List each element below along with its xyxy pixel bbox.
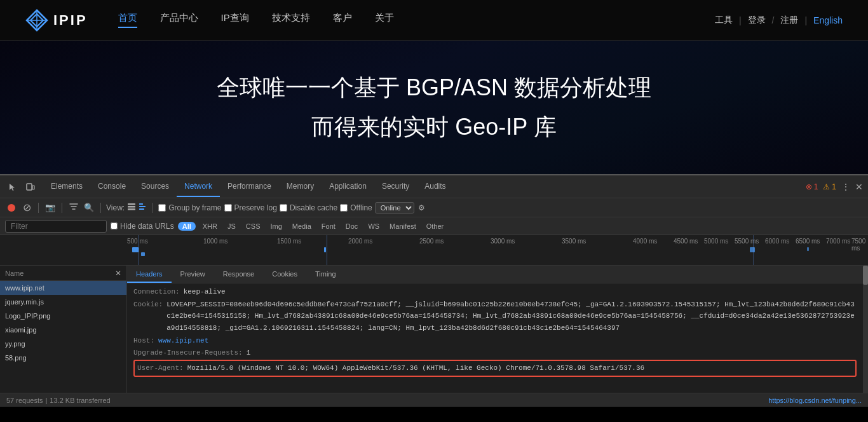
nav-login[interactable]: 登录 — [748, 15, 766, 26]
file-list-item-jquery[interactable]: jquery.min.js — [0, 295, 126, 309]
filter-type-img[interactable]: Img — [267, 221, 285, 231]
nav-link-home[interactable]: 首页 — [118, 12, 137, 28]
offline-checkbox[interactable] — [340, 204, 348, 212]
timeline-indicator-3 — [753, 235, 754, 266]
nav-register[interactable]: 注册 — [780, 15, 798, 26]
detail-tab-cookies[interactable]: Cookies — [263, 266, 306, 283]
group-by-frame-checkbox[interactable] — [158, 204, 166, 212]
filter-type-css[interactable]: CSS — [243, 221, 264, 231]
file-list-item-yy[interactable]: yy.png — [0, 337, 126, 351]
svg-rect-4 — [27, 184, 32, 190]
detail-tab-response[interactable]: Response — [214, 266, 264, 283]
camera-button[interactable]: 📷 — [44, 201, 57, 214]
status-sep: | — [45, 397, 47, 404]
timeline-label-7000: 7000 ms — [826, 238, 850, 245]
clear-button[interactable]: ⊘ — [20, 201, 33, 214]
filter-type-js[interactable]: JS — [224, 221, 239, 231]
view-waterfall-button[interactable] — [139, 202, 147, 213]
file-list-item-logo[interactable]: Logo_IPIP.png — [0, 309, 126, 323]
cookie-value: LOVEAPP_SESSID=086eeb96d04d696c5eddb8efe… — [166, 299, 857, 334]
tab-security[interactable]: Security — [374, 177, 417, 197]
filter-type-media[interactable]: Media — [289, 221, 315, 231]
tab-network[interactable]: Network — [177, 177, 220, 197]
detail-content: Connection: keep-alive Cookie: LOVEAPP_S… — [127, 283, 863, 393]
nav-link-products[interactable]: 产品中心 — [160, 12, 198, 28]
devtools-icon-device[interactable] — [23, 179, 38, 194]
tab-performance[interactable]: Performance — [220, 177, 279, 197]
tab-elements[interactable]: Elements — [43, 177, 90, 197]
nav-link-support[interactable]: 技术支持 — [272, 12, 310, 28]
cookie-row: Cookie: LOVEAPP_SESSID=086eeb96d04d696c5… — [133, 299, 857, 334]
devtools-close-icon[interactable]: ✕ — [855, 182, 863, 192]
filter-button[interactable] — [67, 201, 80, 214]
svg-rect-8 — [128, 208, 135, 210]
filter-type-ws[interactable]: WS — [365, 221, 383, 231]
filter-type-doc[interactable]: Doc — [342, 221, 362, 231]
devtools-icon-cursor[interactable] — [5, 179, 20, 194]
detail-tab-timing[interactable]: Timing — [306, 266, 345, 283]
offline-checkbox-label[interactable]: Offline — [340, 203, 372, 212]
disable-cache-checkbox-label[interactable]: Disable cache — [280, 203, 337, 212]
hide-data-urls-label[interactable]: Hide data URLs — [111, 222, 174, 231]
file-list-item-www[interactable]: www.ipip.net — [0, 281, 126, 295]
nav-english[interactable]: English — [813, 15, 843, 25]
timeline-label-2000: 2000 ms — [348, 238, 372, 245]
network-timeline: 500 ms 1000 ms 1500 ms 2000 ms 2500 ms 3… — [0, 235, 868, 266]
tab-sources[interactable]: Sources — [133, 177, 177, 197]
host-value: www.ipip.net — [158, 335, 208, 347]
timeline-label-1000: 1000 ms — [203, 238, 227, 245]
upgrade-row: Upgrade-Insecure-Requests: 1 — [133, 347, 857, 359]
file-list-item-xiaomi[interactable]: xiaomi.jpg — [0, 323, 126, 337]
nav-tools[interactable]: 工具 — [715, 15, 733, 26]
file-list-header: Name ✕ — [0, 266, 126, 281]
upgrade-value: 1 — [247, 347, 251, 359]
detail-scrollbar[interactable] — [863, 266, 868, 393]
settings-icon[interactable]: ⚙ — [418, 203, 425, 212]
requests-count: 57 requests — [6, 397, 43, 404]
tab-application[interactable]: Application — [322, 177, 374, 197]
hero-section: 全球唯一一个基于 BGP/ASN 数据分析处理 而得来的实时 Geo-IP 库 — [0, 41, 868, 174]
logo[interactable]: IPIP — [25, 9, 88, 32]
tab-memory[interactable]: Memory — [279, 177, 322, 197]
filter-type-xhr[interactable]: XHR — [200, 221, 220, 231]
network-main-panel: Name ✕ www.ipip.net jquery.min.js Logo_I… — [0, 266, 868, 393]
nav-sep1: | — [739, 15, 742, 25]
view-label: View: — [106, 203, 125, 212]
network-toolbar: ⊘ 📷 🔍 View: Group by frame Preserve log … — [0, 198, 868, 217]
host-row: Host: www.ipip.net — [133, 335, 857, 347]
detail-tab-preview[interactable]: Preview — [172, 266, 214, 283]
detail-panel: Headers Preview Response Cookies Timing — [127, 266, 863, 393]
file-list: Name ✕ www.ipip.net jquery.min.js Logo_I… — [0, 266, 127, 393]
file-list-item-58[interactable]: 58.png — [0, 351, 126, 365]
nav-link-about[interactable]: 关于 — [375, 12, 394, 28]
devtools-tabbar: Elements Console Sources Network Perform… — [0, 175, 868, 198]
tab-audits[interactable]: Audits — [417, 177, 453, 197]
tab-console[interactable]: Console — [90, 177, 133, 197]
preserve-log-checkbox-label[interactable]: Preserve log — [224, 203, 277, 212]
filter-type-font[interactable]: Font — [318, 221, 339, 231]
timeline-indicator-1 — [139, 235, 139, 266]
devtools-more-icon[interactable]: ⋮ — [841, 182, 850, 192]
file-list-name-col: Name — [5, 269, 115, 277]
file-list-close-icon[interactable]: ✕ — [115, 269, 121, 278]
nav-link-clients[interactable]: 客户 — [333, 12, 352, 28]
disable-cache-checkbox[interactable] — [280, 204, 287, 212]
group-by-frame-checkbox-label[interactable]: Group by frame — [158, 203, 221, 212]
filter-type-manifest[interactable]: Manifest — [386, 221, 419, 231]
detail-tab-headers[interactable]: Headers — [127, 266, 172, 283]
record-button[interactable] — [5, 201, 18, 214]
nav-link-ip[interactable]: IP查询 — [221, 12, 249, 28]
filter-type-other[interactable]: Other — [423, 221, 447, 231]
brand-name: IPIP — [53, 12, 88, 29]
preserve-log-checkbox[interactable] — [224, 204, 232, 212]
throttle-select[interactable]: Online — [375, 202, 414, 214]
svg-rect-6 — [128, 203, 135, 205]
hide-data-urls-checkbox[interactable] — [111, 222, 118, 229]
filter-input[interactable] — [5, 220, 107, 233]
svg-rect-9 — [139, 203, 143, 205]
search-button[interactable]: 🔍 — [83, 201, 95, 214]
view-list-button[interactable] — [127, 202, 136, 213]
all-type-button[interactable]: All — [178, 222, 196, 231]
svg-rect-7 — [128, 206, 135, 208]
devtools-error-badge: ⊗ 1 — [806, 182, 818, 191]
